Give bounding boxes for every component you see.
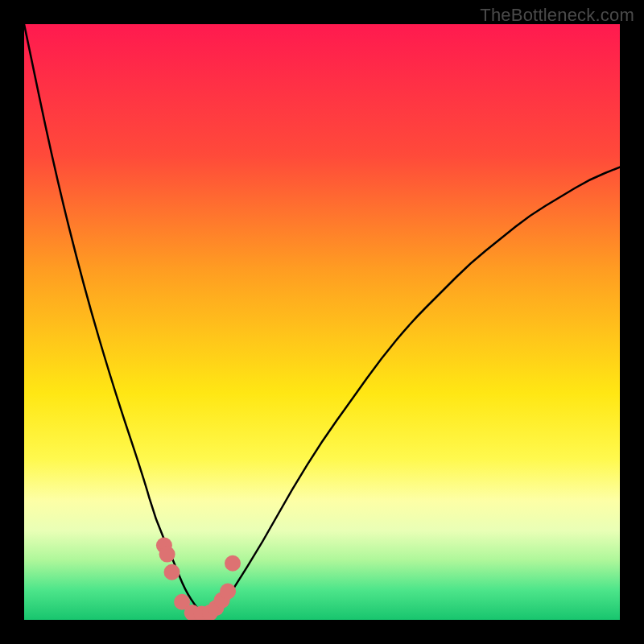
marker-point xyxy=(164,564,180,580)
watermark-text: TheBottleneck.com xyxy=(480,5,634,26)
chart-frame xyxy=(24,24,620,620)
bottleneck-curve xyxy=(24,24,620,614)
curve-layer xyxy=(24,24,620,620)
marker-point xyxy=(159,547,175,563)
highlighted-markers xyxy=(156,538,241,621)
marker-point xyxy=(225,555,241,572)
marker-point xyxy=(220,583,236,599)
